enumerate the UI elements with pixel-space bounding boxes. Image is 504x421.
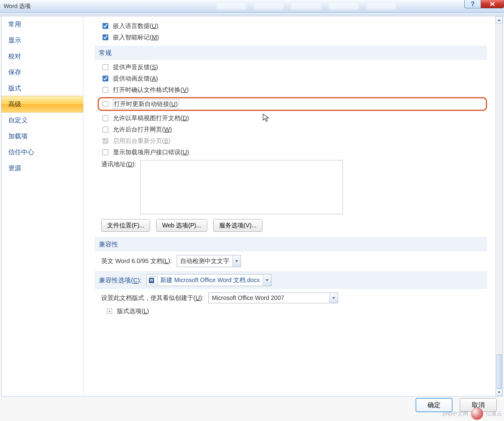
anim-feedback-label: 提供动画反馈(A) (113, 74, 158, 83)
compat-document-dropdown[interactable]: 新建 Microsoft Office Word 文档.docx (146, 274, 271, 286)
update-auto-links-label: 打开时更新自动链接(U) (113, 100, 179, 108)
watermark-text-1: php中文网 (443, 410, 468, 417)
vertical-scrollbar[interactable] (495, 16, 502, 396)
cat-trust[interactable]: 信任中心 (2, 144, 83, 160)
english-word-value: 自动检测中文文字 (177, 255, 232, 267)
layout-version-dropdown[interactable]: Microsoft Office Word 2007 (208, 293, 338, 303)
highlighted-option: 打开时更新自动链接(U) (98, 97, 487, 111)
general-section-header: 常规 (95, 46, 487, 60)
help-button[interactable] (464, 0, 481, 8)
cat-addins[interactable]: 加载项 (2, 128, 83, 144)
embed-language-checkbox[interactable] (103, 23, 108, 29)
bg-open-web-checkbox[interactable] (103, 127, 108, 132)
layout-as-created-label: 设置此文档版式，使其看似创建于(U): (101, 294, 204, 302)
sound-feedback-checkbox[interactable] (103, 64, 108, 70)
compatibility-section-header: 兼容性 (95, 237, 487, 251)
chevron-down-icon[interactable] (232, 255, 241, 267)
confirm-conversion-checkbox[interactable] (103, 87, 108, 93)
cat-save[interactable]: 保存 (2, 64, 83, 80)
draft-view-checkbox[interactable] (103, 115, 108, 121)
web-options-button[interactable]: Web 选项(P)... (156, 219, 207, 232)
window-title: Word 选项 (4, 3, 31, 9)
scroll-down-arrow[interactable] (496, 389, 502, 396)
chevron-down-icon[interactable] (329, 293, 338, 303)
layout-options-label[interactable]: 版式选项(L) (117, 307, 149, 315)
cat-customize[interactable]: 自定义 (2, 112, 83, 128)
bg-repaginate-checkbox (103, 138, 108, 144)
cat-advanced[interactable]: 高级 (2, 96, 83, 112)
english-word-dropdown[interactable]: 自动检测中文文字 (177, 255, 241, 267)
embed-smart-tags-label: 嵌入智能标记(M) (113, 33, 159, 41)
file-locations-button[interactable]: 文件位置(F)... (101, 219, 150, 232)
background-blur (215, 2, 430, 11)
scroll-up-arrow[interactable] (496, 16, 502, 24)
english-word-label: 英文 Word 6.0/95 文档(L): (101, 257, 172, 265)
confirm-conversion-label: 打开时确认文件格式转换(V) (113, 86, 189, 94)
category-sidebar: 常用 显示 校对 保存 版式 高级 自定义 加载项 信任中心 资源 (2, 16, 83, 396)
dialog-footer: 确定 取消 (2, 397, 502, 413)
cat-display[interactable]: 显示 (2, 32, 83, 48)
expand-icon[interactable]: + (107, 309, 112, 314)
update-auto-links-checkbox[interactable] (103, 101, 108, 107)
compat-document-value: 新建 Microsoft Office Word 文档.docx (147, 274, 263, 286)
bg-repaginate-label: 启用后台重新分页(B) (113, 137, 170, 145)
service-options-button[interactable]: 服务选项(V)... (213, 219, 262, 232)
compatibility-options-header: 兼容性选项(C): 新建 Microsoft Office Word 文档.do… (95, 271, 487, 289)
scroll-thumb[interactable] (496, 354, 502, 389)
embed-language-label: 嵌入语言数据(U) (113, 22, 158, 30)
cat-layout[interactable]: 版式 (2, 80, 83, 96)
title-bar: Word 选项 (0, 0, 504, 13)
options-scroll-pane: 嵌入语言数据(U) 嵌入智能标记(M) 常规 提供声音反馈(S) 提供动画反馈(… (83, 16, 495, 396)
embed-smart-tags-checkbox[interactable] (103, 34, 108, 40)
layout-version-value: Microsoft Office Word 2007 (209, 293, 329, 303)
addin-errors-checkbox[interactable] (103, 149, 108, 155)
watermark-logo-icon (471, 407, 483, 420)
cat-general[interactable]: 常用 (2, 16, 83, 32)
mailing-address-label: 通讯地址(D): (101, 160, 136, 168)
word-doc-icon (150, 276, 158, 284)
cat-proofing[interactable]: 校对 (2, 48, 83, 64)
mailing-address-textarea[interactable] (140, 160, 343, 214)
cat-resources[interactable]: 资源 (2, 160, 83, 176)
draft-view-label: 允许以草稿视图打开文档(D) (113, 114, 189, 122)
sound-feedback-label: 提供声音反馈(S) (113, 63, 158, 71)
watermark: php中文网 亿速云 (443, 407, 502, 420)
bg-open-web-label: 允许后台打开网页(W) (113, 125, 172, 134)
watermark-text-2: 亿速云 (486, 410, 502, 417)
close-button[interactable] (481, 0, 504, 8)
chevron-down-icon[interactable] (263, 274, 271, 286)
anim-feedback-checkbox[interactable] (103, 76, 108, 81)
addin-errors-label: 显示加载项用户接口错误(U) (113, 148, 189, 156)
